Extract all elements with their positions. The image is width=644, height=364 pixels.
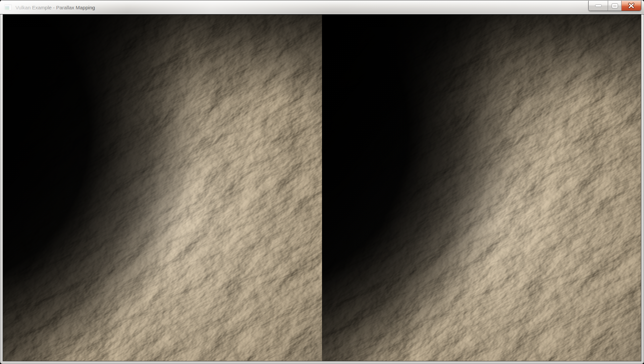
window-title: Vulkan Example - Parallax Mapping bbox=[15, 0, 95, 14]
titlebar[interactable]: Vulkan Example - Parallax Mapping bbox=[0, 0, 644, 14]
render-pane-right[interactable] bbox=[322, 15, 641, 361]
caption-buttons bbox=[588, 1, 641, 11]
close-button[interactable] bbox=[621, 1, 641, 11]
app-icon[interactable] bbox=[4, 4, 12, 10]
close-icon bbox=[627, 3, 636, 9]
app-window: Vulkan Example - Parallax Mapping bbox=[0, 0, 644, 364]
minimize-icon bbox=[594, 4, 602, 7]
minimize-button[interactable] bbox=[589, 1, 608, 11]
maximize-button[interactable] bbox=[608, 1, 621, 11]
render-pane-left[interactable] bbox=[3, 15, 322, 361]
render-area bbox=[3, 15, 641, 361]
maximize-icon bbox=[611, 3, 619, 9]
